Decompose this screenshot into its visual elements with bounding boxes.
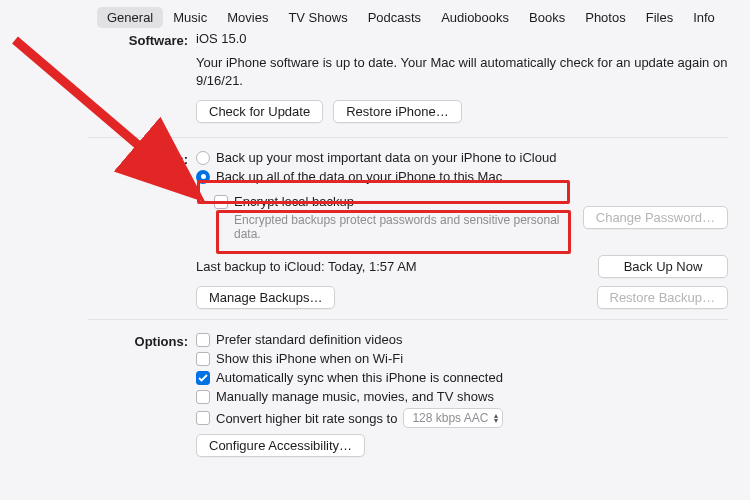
- checkbox-show-wifi[interactable]: [196, 352, 210, 366]
- last-backup-text: Last backup to iCloud: Today, 1:57 AM: [196, 259, 417, 274]
- radio-icloud[interactable]: [196, 151, 210, 165]
- chevron-updown-icon: ▴▾: [494, 413, 498, 423]
- configure-accessibility-button[interactable]: Configure Accessibility…: [196, 434, 365, 457]
- checkbox-sd-video[interactable]: [196, 333, 210, 347]
- encrypt-label: Encrypt local backup: [234, 194, 354, 209]
- bitrate-value: 128 kbps AAC: [412, 411, 488, 425]
- options-section: Options: Prefer standard definition vide…: [0, 332, 728, 461]
- check-for-update-button[interactable]: Check for Update: [196, 100, 323, 123]
- checkbox-auto-sync[interactable]: [196, 371, 210, 385]
- radio-thismac-label: Back up all of the data on your iPhone t…: [216, 169, 502, 184]
- tab-files[interactable]: Files: [636, 7, 683, 28]
- tab-general[interactable]: General: [97, 7, 163, 28]
- encrypt-hint: Encrypted backups protect passwords and …: [234, 213, 583, 241]
- restore-backup-button[interactable]: Restore Backup…: [597, 286, 729, 309]
- software-version: iOS 15.0: [196, 31, 247, 46]
- options-label: Options:: [0, 332, 196, 349]
- tab-movies[interactable]: Movies: [217, 7, 278, 28]
- auto-sync-label: Automatically sync when this iPhone is c…: [216, 370, 503, 385]
- radio-thismac[interactable]: [196, 170, 210, 184]
- divider: [88, 137, 728, 138]
- tab-audiobooks[interactable]: Audiobooks: [431, 7, 519, 28]
- tab-books[interactable]: Books: [519, 7, 575, 28]
- tab-info[interactable]: Info: [683, 7, 725, 28]
- software-status: Your iPhone software is up to date. Your…: [196, 54, 728, 90]
- bitrate-select[interactable]: 128 kbps AAC ▴▾: [403, 408, 503, 428]
- restore-iphone-button[interactable]: Restore iPhone…: [333, 100, 462, 123]
- backups-section: Backups: Back up your most important dat…: [0, 150, 728, 309]
- manual-label: Manually manage music, movies, and TV sh…: [216, 389, 494, 404]
- change-password-button[interactable]: Change Password…: [583, 206, 728, 229]
- tab-photos[interactable]: Photos: [575, 7, 635, 28]
- back-up-now-button[interactable]: Back Up Now: [598, 255, 728, 278]
- divider: [88, 319, 728, 320]
- checkbox-encrypt[interactable]: [214, 195, 228, 209]
- checkbox-manual[interactable]: [196, 390, 210, 404]
- bitrate-label: Convert higher bit rate songs to: [216, 411, 397, 426]
- sd-video-label: Prefer standard definition videos: [216, 332, 402, 347]
- software-label: Software:: [0, 31, 196, 48]
- backups-label: Backups:: [0, 150, 196, 167]
- show-wifi-label: Show this iPhone when on Wi-Fi: [216, 351, 403, 366]
- tabbar: General Music Movies TV Shows Podcasts A…: [0, 0, 750, 31]
- tab-tvshows[interactable]: TV Shows: [278, 7, 357, 28]
- tab-podcasts[interactable]: Podcasts: [358, 7, 431, 28]
- checkbox-bitrate[interactable]: [196, 411, 210, 425]
- tab-music[interactable]: Music: [163, 7, 217, 28]
- manage-backups-button[interactable]: Manage Backups…: [196, 286, 335, 309]
- radio-icloud-label: Back up your most important data on your…: [216, 150, 556, 165]
- software-section: Software: iOS 15.0 Your iPhone software …: [0, 31, 728, 127]
